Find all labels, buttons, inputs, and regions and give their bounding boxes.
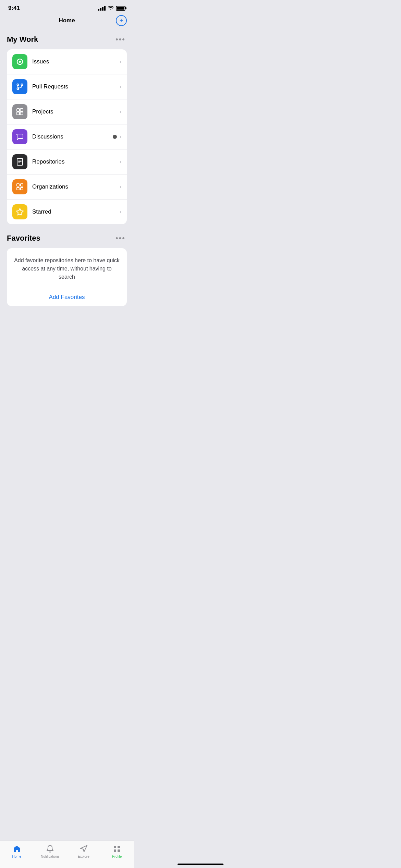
svg-point-1 — [19, 61, 21, 63]
list-item-organizations[interactable]: Organizations › — [7, 174, 127, 200]
svg-rect-6 — [20, 109, 23, 111]
issues-label: Issues — [32, 58, 120, 65]
repositories-icon — [12, 154, 27, 169]
battery-icon — [116, 6, 125, 11]
starred-label: Starred — [32, 208, 120, 215]
favorites-title: Favorites — [7, 234, 40, 243]
list-item-projects[interactable]: Projects › — [7, 99, 127, 124]
pull-requests-label: Pull Requests — [32, 83, 120, 90]
projects-label: Projects — [32, 108, 120, 115]
favorites-empty-text: Add favorite repositories here to have q… — [7, 248, 127, 288]
add-favorites-button[interactable]: Add Favorites — [7, 288, 127, 306]
main-content: My Work ••• Issues › — [0, 28, 134, 343]
discussions-label: Discussions — [32, 133, 113, 140]
favorites-card: Add favorite repositories here to have q… — [7, 248, 127, 306]
wifi-icon — [108, 5, 114, 11]
svg-rect-16 — [21, 188, 23, 190]
repositories-label: Repositories — [32, 158, 120, 165]
status-time: 9:41 — [8, 5, 20, 12]
my-work-more-button[interactable]: ••• — [114, 34, 127, 45]
status-bar: 9:41 — [0, 0, 134, 14]
list-item-repositories[interactable]: Repositories › — [7, 149, 127, 174]
svg-rect-9 — [17, 158, 23, 165]
list-item-issues[interactable]: Issues › — [7, 49, 127, 74]
add-button[interactable]: + — [116, 15, 127, 26]
projects-chevron: › — [120, 109, 121, 115]
svg-rect-7 — [17, 112, 20, 115]
list-item-discussions[interactable]: Discussions › — [7, 124, 127, 149]
pull-requests-icon — [12, 79, 27, 94]
issues-chevron: › — [120, 59, 121, 65]
starred-icon — [12, 204, 27, 219]
signal-icon — [98, 6, 106, 11]
favorites-header: Favorites ••• — [7, 232, 127, 244]
starred-chevron: › — [120, 209, 121, 215]
favorites-more-button[interactable]: ••• — [114, 232, 127, 244]
discussions-chevron: › — [120, 134, 121, 140]
header: Home + — [0, 14, 134, 28]
svg-rect-13 — [17, 184, 19, 186]
list-item-pull-requests[interactable]: Pull Requests › — [7, 74, 127, 99]
discussions-badge — [113, 135, 117, 139]
status-icons — [98, 5, 125, 11]
list-item-starred[interactable]: Starred › — [7, 200, 127, 224]
my-work-section: My Work ••• Issues › — [0, 28, 134, 227]
my-work-header: My Work ••• — [7, 34, 127, 45]
my-work-list: Issues › Pull Requests › — [7, 49, 127, 224]
favorites-section: Favorites ••• Add favorite repositories … — [0, 227, 134, 309]
organizations-chevron: › — [120, 184, 121, 190]
svg-rect-14 — [21, 184, 23, 186]
projects-icon — [12, 104, 27, 119]
issues-icon — [12, 54, 27, 69]
page-title: Home — [59, 17, 75, 24]
svg-rect-5 — [17, 109, 20, 111]
svg-rect-15 — [17, 188, 19, 190]
repositories-chevron: › — [120, 159, 121, 165]
pull-requests-chevron: › — [120, 84, 121, 90]
my-work-title: My Work — [7, 35, 38, 44]
discussions-icon — [12, 129, 27, 144]
organizations-icon — [12, 179, 27, 194]
organizations-label: Organizations — [32, 183, 120, 190]
svg-rect-8 — [20, 112, 23, 115]
